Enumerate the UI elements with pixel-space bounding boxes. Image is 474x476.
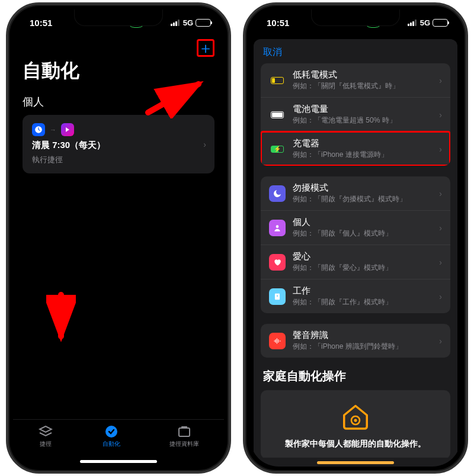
row-work[interactable]: 工作例如：「開啟『工作』模式時」 › [261, 279, 450, 313]
screen-left: 10:51 5G 75 ＋ 自動化 個人 → [13, 9, 224, 467]
heart-icon [269, 254, 286, 271]
chevron-right-icon: › [439, 76, 442, 85]
low-power-icon [269, 72, 286, 89]
row-title: 充電器 [293, 138, 432, 149]
row-title: 聲音辨識 [293, 330, 432, 341]
row-title: 勿擾模式 [293, 182, 432, 194]
tab-shortcuts[interactable]: 捷徑 [38, 424, 53, 448]
tab-label: 捷徑 [40, 440, 52, 448]
row-title: 個人 [293, 217, 432, 228]
modal-sheet: 取消 低耗電模式例如：「關閉『低耗電模式』時」 › 電池電量例如：「電池電量超過… [254, 39, 457, 467]
chevron-right-icon: › [203, 140, 206, 149]
person-icon [269, 220, 286, 236]
group-sound: 聲音辨識例如：「iPhone 辨識到門鈴聲時」 › [261, 324, 450, 358]
chevron-right-icon: › [439, 223, 442, 233]
home-indicator[interactable] [80, 460, 157, 463]
notch [311, 9, 400, 26]
row-subtitle: 例如：「開啟『勿擾模式』模式時」 [293, 194, 432, 204]
tab-label: 捷徑資料庫 [169, 440, 199, 448]
row-subtitle: 例如：「開啟『個人』模式時」 [293, 229, 432, 239]
chevron-right-icon: › [439, 258, 442, 267]
stack-icon [38, 424, 53, 439]
status-time: 10:51 [267, 18, 289, 28]
waveform-icon [269, 333, 286, 349]
status-right: 5G 75 [408, 18, 448, 27]
arrow-icon: → [50, 126, 56, 133]
row-title: 愛心 [293, 251, 432, 262]
tab-gallery[interactable]: 捷徑資料庫 [169, 424, 199, 448]
home-indicator[interactable] [317, 461, 394, 464]
automation-card[interactable]: → 清晨 7:30（每天） 執行捷徑 › [23, 115, 214, 173]
row-subtitle: 例如：「iPhone 辨識到門鈴聲時」 [293, 342, 432, 352]
phone-right: 10:51 5G 75 取消 低耗電模式例如：「關閉『低耗電模式』時」 › [243, 2, 468, 474]
row-subtitle: 例如：「iPhone 連接電源時」 [293, 150, 432, 160]
row-title: 工作 [293, 285, 432, 297]
content-left: ＋ 自動化 個人 → 清晨 7:30（每天） 執行捷徑 › [13, 36, 224, 419]
group-power: 低耗電模式例如：「關閉『低耗電模式』時」 › 電池電量例如：「電池電量超過 50… [261, 63, 450, 166]
row-dnd[interactable]: 勿擾模式例如：「開啟『勿擾模式』模式時」 › [261, 176, 450, 210]
tab-label: 自動化 [103, 440, 120, 448]
row-personal[interactable]: 個人例如：「開啟『個人』模式時」 › [261, 210, 450, 245]
status-time: 10:51 [30, 18, 52, 28]
svg-point-8 [354, 419, 357, 422]
group-focus: 勿擾模式例如：「開啟『勿擾模式』模式時」 › 個人例如：「開啟『個人』模式時」 … [261, 176, 450, 313]
notch [74, 9, 163, 26]
row-title: 低耗電模式 [293, 69, 432, 81]
svg-point-4 [276, 225, 279, 228]
battery-icon: 75 [433, 19, 448, 27]
row-subtitle: 例如：「關閉『低耗電模式』時」 [293, 81, 432, 91]
status-right: 5G 75 [171, 18, 211, 27]
screen-right: 10:51 5G 75 取消 低耗電模式例如：「關閉『低耗電模式』時」 › [250, 9, 461, 467]
home-section-title: 家庭自動化操作 [263, 368, 448, 384]
row-subtitle: 例如：「開啟『工作』模式時」 [293, 297, 432, 307]
moon-icon [269, 185, 286, 202]
charger-icon: ⚡ [269, 141, 286, 157]
add-automation-button[interactable]: ＋ [197, 39, 214, 57]
plus-icon: ＋ [198, 38, 213, 59]
svg-rect-3 [181, 426, 187, 428]
chevron-right-icon: › [439, 110, 442, 120]
section-personal: 個人 [23, 95, 214, 109]
battery-level-icon [269, 107, 286, 123]
home-automation-card[interactable]: 製作家中每個人都能用的自動化操作。 [261, 390, 450, 458]
annotation-arrow-tab [46, 289, 76, 348]
row-heart[interactable]: 愛心例如：「開啟『愛心』模式時」 › [261, 245, 450, 279]
svg-rect-2 [179, 428, 190, 436]
gallery-icon [177, 424, 192, 439]
cancel-button[interactable]: 取消 [263, 47, 282, 57]
tab-automation[interactable]: 自動化 [103, 424, 120, 448]
card-title: 清晨 7:30（每天） [32, 140, 205, 151]
row-low-power[interactable]: 低耗電模式例如：「關閉『低耗電模式』時」 › [261, 63, 450, 97]
svg-point-6 [277, 295, 278, 296]
card-icons: → [32, 123, 205, 136]
card-subtitle: 執行捷徑 [32, 155, 205, 165]
row-subtitle: 例如：「開啟『愛心』模式時」 [293, 263, 432, 273]
home-text: 製作家中每個人都能用的自動化操作。 [285, 439, 426, 449]
battery-icon: 75 [196, 19, 211, 27]
trigger-list[interactable]: 低耗電模式例如：「關閉『低耗電模式』時」 › 電池電量例如：「電池電量超過 50… [254, 63, 457, 458]
phone-left: 10:51 5G 75 ＋ 自動化 個人 → [6, 2, 231, 474]
carrier-label: 5G [420, 18, 430, 27]
row-sound-recognition[interactable]: 聲音辨識例如：「iPhone 辨識到門鈴聲時」 › [261, 324, 450, 358]
chevron-right-icon: › [439, 144, 442, 154]
carrier-label: 5G [183, 18, 193, 27]
chevron-right-icon: › [439, 336, 442, 346]
shortcut-icon [61, 123, 74, 136]
page-title: 自動化 [23, 58, 214, 84]
row-charger[interactable]: ⚡ 充電器例如：「iPhone 連接電源時」 › [261, 131, 450, 166]
row-subtitle: 例如：「電池電量超過 50% 時」 [293, 115, 432, 126]
home-icon [339, 400, 372, 433]
signal-bars-icon [171, 20, 180, 26]
chevron-right-icon: › [439, 189, 442, 198]
clock-check-icon [104, 424, 119, 439]
clock-icon [32, 123, 45, 136]
tab-bar: 捷徑 自動化 捷徑資料庫 [13, 419, 224, 467]
signal-bars-icon [408, 20, 417, 26]
row-title: 電池電量 [293, 104, 432, 115]
row-battery-level[interactable]: 電池電量例如：「電池電量超過 50% 時」 › [261, 97, 450, 131]
modal-header: 取消 [254, 39, 457, 63]
badge-icon [269, 288, 286, 305]
chevron-right-icon: › [439, 292, 442, 301]
